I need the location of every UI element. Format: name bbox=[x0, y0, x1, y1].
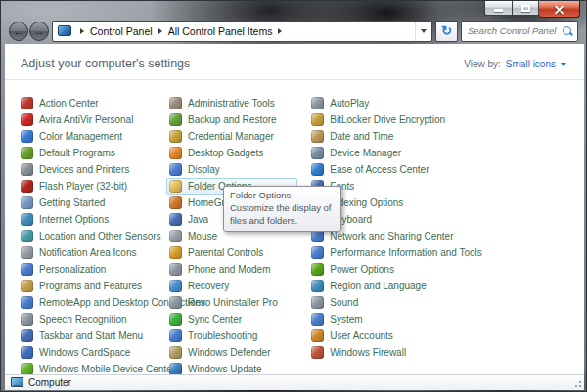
getting-started-icon bbox=[21, 196, 33, 209]
display-monitor-icon bbox=[169, 163, 182, 176]
control-panel-item[interactable]: Color Management bbox=[21, 128, 169, 145]
color-management-monitor-icon bbox=[21, 130, 33, 143]
control-panel-item[interactable]: Ease of Access Center bbox=[311, 161, 584, 178]
control-panel-item[interactable]: Flash Player (32-bit) bbox=[21, 178, 169, 195]
control-panel-item[interactable]: BitLocker Drive Encryption bbox=[311, 111, 584, 128]
cardspace-card-icon bbox=[21, 346, 33, 359]
tooltip-body: Customize the display of files and folde… bbox=[230, 202, 335, 228]
maximize-button[interactable] bbox=[513, 1, 539, 16]
control-panel-item[interactable]: Keyboard bbox=[311, 211, 584, 228]
search-box[interactable] bbox=[461, 21, 578, 42]
address-bar[interactable]: Control Panel All Control Panel Items bbox=[52, 21, 432, 42]
control-panel-item[interactable]: Avira AntiVir Personal bbox=[21, 111, 169, 128]
computer-icon bbox=[11, 377, 23, 388]
control-panel-item[interactable]: Revo Uninstaller Pro bbox=[169, 294, 311, 311]
control-panel-item[interactable]: Windows Mobile Device Center bbox=[21, 361, 169, 374]
search-input[interactable] bbox=[468, 25, 562, 36]
breadcrumb-all-items[interactable]: All Control Panel Items bbox=[168, 25, 273, 37]
control-panel-item[interactable]: Phone and Modem bbox=[169, 261, 311, 278]
control-panel-item[interactable]: Credential Manager bbox=[169, 128, 311, 145]
control-panel-item[interactable]: Power Options bbox=[311, 261, 584, 278]
control-panel-item[interactable]: System bbox=[311, 311, 584, 327]
control-panel-item[interactable]: Speech Recognition bbox=[21, 311, 169, 327]
control-panel-item[interactable]: Performance Information and Tools bbox=[311, 244, 584, 261]
homegroup-house-icon bbox=[169, 196, 182, 209]
control-panel-item[interactable]: Programs and Features bbox=[21, 278, 169, 294]
defender-fortress-icon bbox=[169, 346, 182, 359]
internet-globe-icon bbox=[21, 213, 33, 226]
breadcrumb-separator-icon bbox=[278, 28, 282, 34]
breadcrumb-control-panel[interactable]: Control Panel bbox=[90, 25, 153, 37]
control-panel-item-label: Date and Time bbox=[330, 131, 393, 142]
control-panel-item[interactable]: Indexing Options bbox=[311, 195, 584, 211]
control-panel-item[interactable]: Recovery bbox=[169, 278, 311, 294]
control-panel-item[interactable]: Administrative Tools bbox=[169, 95, 311, 111]
back-button[interactable]: ← bbox=[9, 22, 28, 41]
default-programs-icon bbox=[21, 147, 33, 159]
control-panel-item[interactable]: RemoteApp and Desktop Connections bbox=[21, 294, 169, 311]
navigation-bar: ← → Control Panel All Control Panel Item… bbox=[1, 18, 586, 44]
address-dropdown-button[interactable] bbox=[415, 22, 431, 41]
control-panel-item[interactable]: Internet Options bbox=[21, 211, 169, 228]
avira-umbrella-icon bbox=[21, 113, 33, 126]
forward-button[interactable]: → bbox=[29, 22, 49, 41]
close-icon bbox=[554, 4, 564, 15]
control-panel-item[interactable]: Windows Firewall bbox=[311, 344, 584, 361]
control-panel-item-label: Recovery bbox=[188, 281, 229, 291]
control-panel-item[interactable]: Windows Defender bbox=[169, 344, 311, 361]
control-panel-item-label: User Accounts bbox=[330, 330, 392, 341]
maximize-icon bbox=[521, 5, 530, 12]
control-panel-item[interactable]: Network and Sharing Center bbox=[311, 228, 584, 244]
control-panel-item[interactable]: Date and Time bbox=[311, 128, 584, 145]
control-panel-item[interactable]: Device Manager bbox=[311, 145, 584, 161]
refresh-button[interactable]: ↻ bbox=[435, 21, 458, 42]
control-panel-item[interactable]: Taskbar and Start Menu bbox=[21, 327, 169, 344]
control-panel-item[interactable]: User Accounts bbox=[311, 327, 584, 344]
control-panel-item[interactable]: Parental Controls bbox=[169, 244, 311, 261]
programs-box-icon bbox=[21, 280, 33, 292]
notification-monitor-icon bbox=[21, 246, 33, 259]
control-panel-item[interactable]: Display bbox=[169, 161, 311, 178]
control-panel-item[interactable]: Backup and Restore bbox=[169, 111, 311, 128]
control-panel-item[interactable]: AutoPlay bbox=[311, 95, 584, 111]
control-panel-item[interactable]: Getting Started bbox=[21, 195, 169, 211]
control-panel-item[interactable]: Location and Other Sensors bbox=[21, 228, 169, 244]
parental-figures-icon bbox=[169, 246, 182, 259]
control-panel-item[interactable]: Default Programs bbox=[21, 145, 169, 161]
control-panel-item-label: Performance Information and Tools bbox=[330, 247, 481, 258]
credential-safe-icon bbox=[169, 130, 182, 143]
items-column: Action CenterAvira AntiVir PersonalColor… bbox=[21, 95, 169, 374]
control-panel-item[interactable]: Sound bbox=[311, 294, 584, 311]
control-panel-item[interactable]: Devices and Printers bbox=[21, 161, 169, 178]
control-panel-item[interactable]: Desktop Gadgets bbox=[169, 145, 311, 161]
control-panel-item[interactable]: Windows Update bbox=[169, 361, 311, 374]
backup-restore-icon bbox=[169, 113, 182, 126]
control-panel-item-label: Revo Uninstaller Pro bbox=[188, 297, 278, 308]
content-header: Adjust your computer's settings View by:… bbox=[5, 44, 584, 80]
power-plug-icon bbox=[311, 263, 324, 276]
status-label: Computer bbox=[28, 377, 71, 388]
location-sensor-icon bbox=[21, 230, 33, 242]
view-by-control[interactable]: View by: Small icons bbox=[464, 59, 566, 69]
control-panel-item-label: Power Options bbox=[330, 264, 394, 275]
control-panel-item-label: Devices and Printers bbox=[39, 164, 129, 175]
control-panel-item-label: Avira AntiVir Personal bbox=[39, 114, 133, 125]
control-panel-item[interactable]: Sync Center bbox=[169, 311, 311, 327]
control-panel-item-label: Mouse bbox=[188, 231, 217, 241]
view-by-value[interactable]: Small icons bbox=[506, 59, 556, 69]
control-panel-item[interactable]: Region and Language bbox=[311, 278, 584, 294]
close-button[interactable] bbox=[539, 1, 580, 18]
windows-update-shield-icon bbox=[169, 363, 182, 374]
control-panel-item-label: Personalization bbox=[39, 264, 106, 275]
control-panel-item[interactable]: Windows CardSpace bbox=[21, 344, 169, 361]
control-panel-item[interactable]: Action Center bbox=[21, 95, 169, 111]
minimize-button[interactable] bbox=[484, 1, 513, 16]
control-panel-item[interactable]: Fonts bbox=[311, 178, 584, 195]
desktop-gadget-icon bbox=[169, 147, 182, 159]
user-accounts-icon bbox=[311, 329, 324, 342]
control-panel-item[interactable]: Troubleshooting bbox=[169, 327, 311, 344]
resize-grip[interactable] bbox=[573, 379, 582, 388]
firewall-wall-icon bbox=[311, 346, 324, 359]
control-panel-item[interactable]: Notification Area Icons bbox=[21, 244, 169, 261]
control-panel-item[interactable]: Personalization bbox=[21, 261, 169, 278]
